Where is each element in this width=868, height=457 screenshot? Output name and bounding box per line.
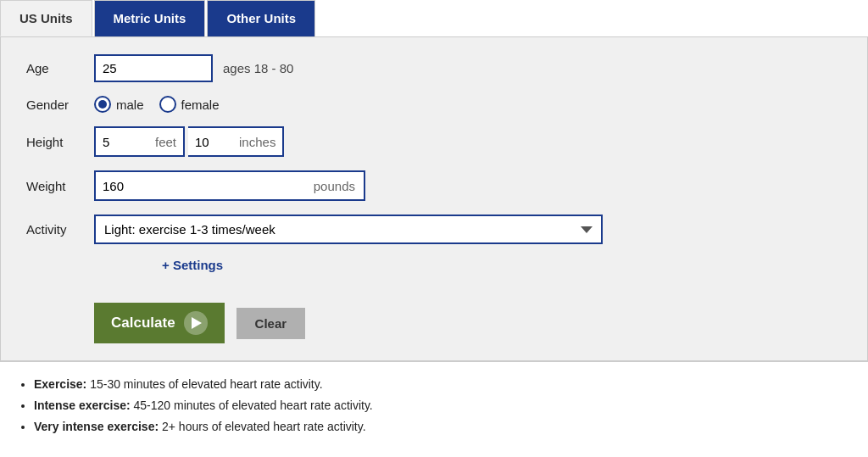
tab-other-units[interactable]: Other Units: [207, 0, 315, 36]
footer-item-3-bold: Very intense exercise:: [34, 420, 159, 433]
height-label: Height: [26, 135, 94, 149]
gender-group: male female: [94, 96, 220, 113]
footer-item-2-text: 45-120 minutes of elevated heart rate ac…: [134, 398, 373, 412]
gender-female-option[interactable]: female: [159, 96, 220, 113]
gender-female-label: female: [181, 98, 220, 112]
activity-select[interactable]: Sedentary: little or no exercise Light: …: [94, 215, 603, 244]
clear-button[interactable]: Clear: [236, 308, 306, 339]
footer-item-1: Exercise: 15-30 minutes of elevated hear…: [34, 376, 851, 393]
height-inches-box: inches: [188, 126, 284, 157]
footer-item-3-text: 2+ hours of elevated heart rate activity…: [162, 420, 366, 433]
age-hint: ages 18 - 80: [223, 61, 293, 75]
calculate-button[interactable]: Calculate: [94, 303, 225, 343]
footer-item-1-text: 15-30 minutes of elevated heart rate act…: [90, 377, 322, 391]
tab-other-units-label: Other Units: [226, 11, 296, 25]
form-area: Age ages 18 - 80 Gender male female: [0, 36, 868, 361]
height-inches-input[interactable]: [188, 128, 239, 155]
settings-row: + Settings: [94, 258, 842, 289]
tab-us-units-label: US Units: [19, 11, 73, 25]
activity-row: Activity Sedentary: little or no exercis…: [26, 215, 842, 244]
buttons-row: Calculate Clear: [94, 303, 842, 343]
app-container: US Units Metric Units Other Units Age ag…: [0, 0, 868, 453]
tab-metric-units[interactable]: Metric Units: [94, 0, 206, 36]
gender-male-label: male: [116, 98, 144, 112]
tab-metric-units-label: Metric Units: [114, 11, 186, 25]
footer-item-2-bold: Intense exercise:: [34, 398, 131, 412]
radio-male-circle: [94, 96, 111, 113]
weight-input[interactable]: [96, 172, 314, 199]
weight-box: pounds: [94, 170, 365, 201]
gender-label: Gender: [26, 98, 94, 112]
calculate-label: Calculate: [111, 315, 175, 332]
height-feet-input[interactable]: [96, 128, 155, 155]
height-row: Height feet inches: [26, 126, 842, 157]
age-row: Age ages 18 - 80: [26, 54, 842, 82]
radio-male-inner: [98, 100, 107, 109]
footer-item-3: Very intense exercise: 2+ hours of eleva…: [34, 418, 851, 436]
radio-female-circle: [159, 96, 176, 113]
height-feet-box: feet: [94, 126, 185, 157]
height-inches-unit: inches: [239, 135, 282, 149]
age-label: Age: [26, 61, 94, 75]
gender-row: Gender male female: [26, 96, 842, 113]
settings-link[interactable]: + Settings: [162, 258, 223, 272]
weight-row: Weight pounds: [26, 170, 842, 201]
footer-item-1-bold: Exercise:: [34, 377, 86, 391]
footer-list: Exercise: 15-30 minutes of elevated hear…: [17, 376, 851, 436]
height-feet-unit: feet: [155, 135, 183, 149]
play-icon: [184, 311, 208, 335]
activity-label: Activity: [26, 222, 94, 237]
gender-male-option[interactable]: male: [94, 96, 144, 113]
weight-label: Weight: [26, 179, 94, 193]
weight-unit: pounds: [314, 179, 364, 193]
tab-bar: US Units Metric Units Other Units: [0, 0, 868, 36]
play-triangle: [192, 317, 202, 329]
tab-us-units[interactable]: US Units: [0, 0, 92, 36]
footer-item-2: Intense exercise: 45-120 minutes of elev…: [34, 397, 851, 415]
age-input[interactable]: [94, 54, 213, 82]
footer-notes: Exercise: 15-30 minutes of elevated hear…: [0, 361, 868, 453]
